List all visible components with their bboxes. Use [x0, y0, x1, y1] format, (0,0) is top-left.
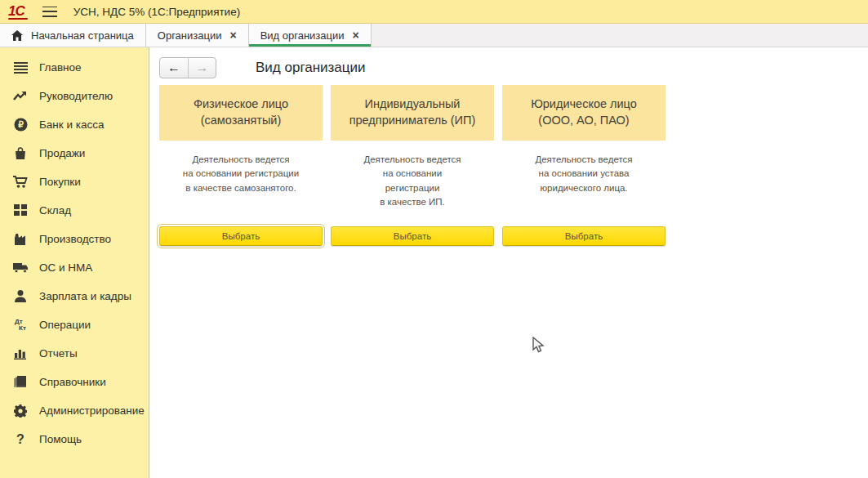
sidebar-item-label: Склад — [39, 204, 71, 217]
truck-icon — [11, 260, 29, 276]
main-content: ← → Вид организации Физическое лицо (сам… — [149, 47, 868, 478]
debit-credit-icon: Дт Кт — [11, 317, 29, 333]
sidebar-item-label: Продажи — [39, 147, 85, 159]
forward-button[interactable]: → — [188, 58, 216, 78]
sidebar-item-purchases[interactable]: Покупки — [0, 168, 149, 196]
history-nav-group: ← → — [159, 57, 216, 78]
card-title: Физическое лицо (самозанятый) — [159, 85, 323, 141]
titlebar: 1С УСН, НДС 5% (1С:Предприятие) — [0, 0, 868, 24]
card-title: Индивидуальный предприниматель (ИП) — [331, 85, 494, 141]
back-button[interactable]: ← — [160, 58, 188, 78]
shopping-cart-icon — [11, 174, 29, 190]
close-icon[interactable]: × — [229, 29, 236, 41]
sidebar-item-directories[interactable]: Справочники — [0, 368, 149, 396]
sidebar-item-operations[interactable]: Дт Кт Операции — [0, 310, 149, 339]
tab-organizations-label: Организации — [158, 29, 222, 42]
sidebar-nav: Главное Руководителю ₽ Банк и касса Прод… — [0, 47, 149, 478]
gear-icon — [11, 403, 29, 419]
tab-home[interactable]: Начальная страница — [0, 24, 146, 47]
tab-organizations[interactable]: Организации × — [146, 24, 249, 47]
choose-legal-entity-button[interactable]: Выбрать — [502, 226, 665, 246]
sidebar-item-manager[interactable]: Руководителю — [0, 82, 149, 110]
svg-text:₽: ₽ — [18, 119, 24, 129]
shopping-bag-icon — [11, 145, 29, 162]
card-description: Деятельность ведется на основании регист… — [159, 153, 323, 225]
choose-entrepreneur-button[interactable]: Выбрать — [331, 226, 494, 246]
tab-org-type[interactable]: Вид организации × — [249, 24, 372, 47]
sidebar-item-label: Операции — [39, 319, 91, 331]
choose-self-employed-button[interactable]: Выбрать — [159, 226, 323, 246]
menu-lines-icon — [11, 60, 29, 76]
window-title: УСН, НДС 5% (1С:Предприятие) — [73, 6, 240, 18]
sidebar-item-label: Зарплата и кадры — [39, 290, 131, 302]
sidebar-item-label: Руководителю — [39, 90, 113, 102]
sidebar-item-label: Банк и касса — [39, 118, 105, 131]
sidebar-item-label: Администрирование — [39, 404, 145, 417]
trend-arrow-icon — [11, 88, 29, 105]
home-icon — [11, 30, 23, 41]
sidebar-item-help[interactable]: ? Помощь — [0, 425, 149, 453]
person-icon — [11, 288, 29, 305]
tab-bar: Начальная страница Организации × Вид орг… — [0, 24, 868, 47]
card-entrepreneur: Индивидуальный предприниматель (ИП) Деят… — [331, 85, 494, 225]
sidebar-item-fixed-assets[interactable]: ОС и НМА — [0, 253, 149, 282]
sidebar-item-label: Производство — [39, 233, 111, 245]
sidebar-item-label: ОС и НМА — [39, 261, 92, 274]
sidebar-item-label: Покупки — [39, 176, 81, 188]
sidebar-item-warehouse[interactable]: Склад — [0, 196, 149, 225]
factory-icon — [11, 231, 29, 248]
sidebar-item-production[interactable]: Производство — [0, 225, 149, 253]
question-icon: ? — [11, 431, 29, 448]
bar-chart-icon — [11, 346, 29, 362]
sidebar-item-label: Справочники — [39, 376, 106, 388]
close-icon[interactable]: × — [353, 29, 359, 41]
card-description: Деятельность ведется на основании регист… — [331, 153, 494, 225]
main-menu-icon[interactable] — [42, 7, 57, 17]
tab-org-type-label: Вид организации — [260, 29, 345, 42]
books-icon — [11, 374, 29, 391]
sidebar-item-salary[interactable]: Зарплата и кадры — [0, 282, 149, 310]
page-title: Вид организации — [256, 60, 366, 76]
boxes-grid-icon — [11, 203, 29, 219]
sidebar-item-bank[interactable]: ₽ Банк и касса — [0, 110, 149, 139]
sidebar-item-reports[interactable]: Отчеты — [0, 339, 149, 368]
card-description: Деятельность ведется на основании устава… — [502, 153, 665, 225]
sidebar-item-main[interactable]: Главное — [0, 53, 149, 82]
sidebar-item-label: Помощь — [39, 433, 82, 445]
sidebar-item-label: Главное — [39, 61, 82, 74]
ruble-circle-icon: ₽ — [11, 117, 29, 133]
sidebar-item-label: Отчеты — [39, 347, 78, 360]
card-legal-entity: Юридическое лицо (ООО, АО, ПАО) Деятельн… — [502, 85, 665, 225]
sidebar-item-administration[interactable]: Администрирование — [0, 396, 149, 425]
tab-home-label: Начальная страница — [31, 29, 134, 42]
card-individual-self-employed: Физическое лицо (самозанятый) Деятельнос… — [159, 85, 323, 225]
sidebar-item-sales[interactable]: Продажи — [0, 139, 149, 168]
1c-logo-icon: 1С — [7, 4, 28, 20]
card-title: Юридическое лицо (ООО, АО, ПАО) — [502, 85, 665, 141]
